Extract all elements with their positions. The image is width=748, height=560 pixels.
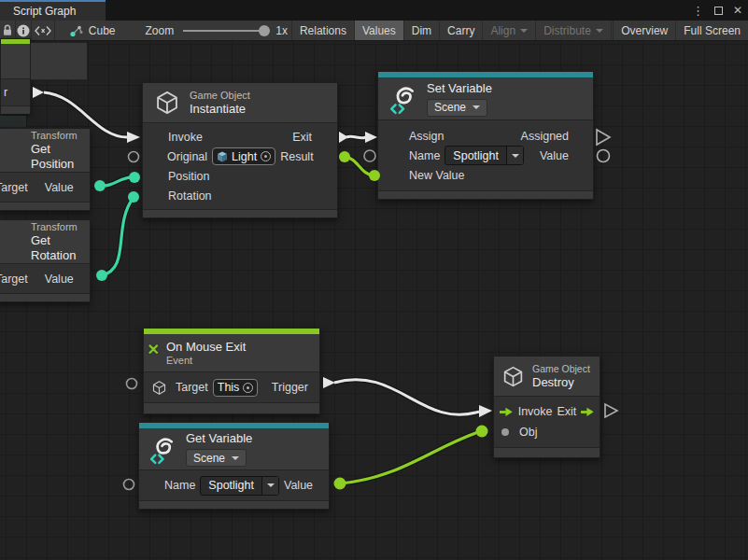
port-label-value: Value [45, 273, 74, 286]
port-label-rotation: Rotation [168, 189, 212, 203]
scope-value: Scene [193, 452, 225, 465]
port-name-in-set[interactable] [364, 150, 375, 161]
value-target-dot[interactable] [476, 426, 488, 438]
script-graph-window: Script Graph ⋮ ✕ [0, 0, 748, 560]
cube-object-icon [217, 151, 228, 162]
port-label-assign: Assign [409, 130, 445, 143]
node-title: Set Variable [427, 81, 492, 96]
port-original-in[interactable] [129, 152, 139, 162]
port-label-trigger: Trigger [272, 381, 308, 394]
port-assigned-out[interactable] [597, 130, 610, 145]
variable-name-value: Spotlight [445, 147, 506, 164]
game-object-icon [501, 365, 525, 388]
wire-exit-to-assign[interactable] [339, 132, 377, 143]
node-title: Get Position [31, 142, 90, 172]
port-label-invoke: Invoke [518, 405, 553, 418]
port-name-in-get[interactable] [124, 480, 134, 490]
port-value-out-set[interactable] [598, 150, 610, 162]
node-category: Transform [31, 221, 78, 233]
wire-result-to-new-value[interactable] [339, 151, 380, 181]
object-picker-icon[interactable] [243, 383, 253, 393]
flow-target-arrow[interactable] [365, 132, 377, 143]
port-target-in[interactable] [127, 379, 137, 389]
port-label-invoke: Invoke [168, 131, 203, 144]
value-source-dot[interactable] [96, 270, 107, 281]
node-title: On Mouse Exit [166, 340, 246, 355]
value-source-dot[interactable] [334, 478, 346, 490]
node-category: Transform [31, 130, 78, 142]
node-category: Game Object [190, 90, 250, 102]
node-get-rotation[interactable]: Transform Get Rotation Target Value [0, 219, 91, 302]
port-label-assigned: Assigned [521, 130, 569, 143]
variable-scope-dropdown[interactable]: Scene [186, 449, 247, 467]
scope-caret-icon [473, 105, 480, 109]
port-label-exit: Exit [292, 131, 312, 144]
flow-source-arrow[interactable] [339, 132, 348, 143]
variable-name-caret[interactable] [506, 147, 523, 164]
wire-rotation-value[interactable] [96, 191, 139, 281]
node-title: Destroy [532, 375, 590, 390]
node-category: Game Object [532, 363, 590, 375]
node-get-variable[interactable]: Get Variable Scene Name Spotlight Value [138, 422, 330, 510]
value-target-dot[interactable] [128, 191, 139, 203]
port-label-target: Target [0, 181, 28, 194]
wires-overlay [0, 0, 748, 560]
target-object-field[interactable]: This [213, 379, 259, 397]
variable-name-caret[interactable] [261, 477, 278, 495]
node-destroy[interactable]: Game Object Destroy Invoke Exit Obj [493, 356, 600, 458]
scope-value: Scene [434, 101, 466, 114]
port-label-result: Result [280, 150, 313, 163]
port-label-value: Value [284, 479, 313, 492]
node-get-position[interactable]: Transform Get Position Target Value [0, 128, 91, 211]
node-fragment-block[interactable] [31, 43, 87, 80]
node-title: Get Variable [186, 431, 252, 446]
fragment-label: r [4, 86, 7, 99]
node-fragment-event[interactable]: r [0, 38, 31, 114]
object-picker-icon[interactable] [261, 151, 271, 161]
node-instantiate[interactable]: Game Object Instantiate Invoke Exit Orig… [142, 82, 338, 218]
game-object-icon [154, 90, 180, 116]
node-on-mouse-exit[interactable]: ✕ On Mouse Exit Event Target This Trigge… [143, 328, 320, 414]
port-label-value: Value [45, 181, 74, 194]
flow-source-arrow[interactable] [33, 87, 44, 98]
target-object-value: This [218, 381, 240, 394]
port-label-obj: Obj [519, 426, 537, 439]
variable-name-dropdown[interactable]: Spotlight [445, 146, 524, 165]
port-label-exit: Exit [557, 405, 577, 418]
value-target-dot[interactable] [129, 172, 140, 183]
wire-position-value[interactable] [94, 172, 140, 191]
game-object-icon [151, 380, 167, 396]
node-fragment-strip [0, 116, 26, 127]
port-label-value: Value [540, 149, 569, 162]
flow-in-arrow-icon[interactable] [500, 407, 514, 417]
port-label-target: Target [176, 381, 208, 394]
port-label-new-value: New Value [409, 169, 465, 182]
node-set-variable[interactable]: Set Variable Scene Assign Assigned Name … [377, 71, 594, 200]
flow-out-arrow-icon[interactable] [581, 407, 595, 417]
variable-icon [148, 434, 178, 465]
flow-source-arrow[interactable] [323, 377, 335, 388]
port-label-original: Original [167, 150, 207, 163]
variable-name-dropdown[interactable]: Spotlight [200, 476, 279, 496]
original-object-field[interactable]: Light [212, 147, 275, 165]
flow-target-arrow[interactable] [127, 132, 140, 143]
variable-scope-dropdown[interactable]: Scene [427, 99, 487, 117]
value-source-dot[interactable] [94, 180, 106, 191]
node-title: Get Rotation [31, 233, 90, 263]
wire-trigger-to-destroy[interactable] [323, 377, 492, 417]
port-label-position: Position [168, 170, 209, 183]
flow-target-arrow[interactable] [479, 405, 492, 417]
variable-icon [388, 83, 419, 115]
wire-variable-to-obj[interactable] [334, 426, 488, 490]
node-subtitle: Event [166, 355, 246, 367]
value-source-dot[interactable] [339, 151, 350, 162]
port-exit-out-destroy[interactable] [605, 404, 617, 417]
obj-port-icon[interactable] [501, 428, 509, 436]
port-label-name: Name [409, 149, 440, 162]
variable-name-value: Spotlight [201, 477, 261, 495]
port-label-target: Target [0, 273, 28, 286]
port-label-name: Name [164, 479, 195, 492]
original-object-value: Light [232, 150, 257, 163]
scope-caret-icon [232, 456, 239, 460]
node-title: Instantiate [190, 102, 250, 117]
